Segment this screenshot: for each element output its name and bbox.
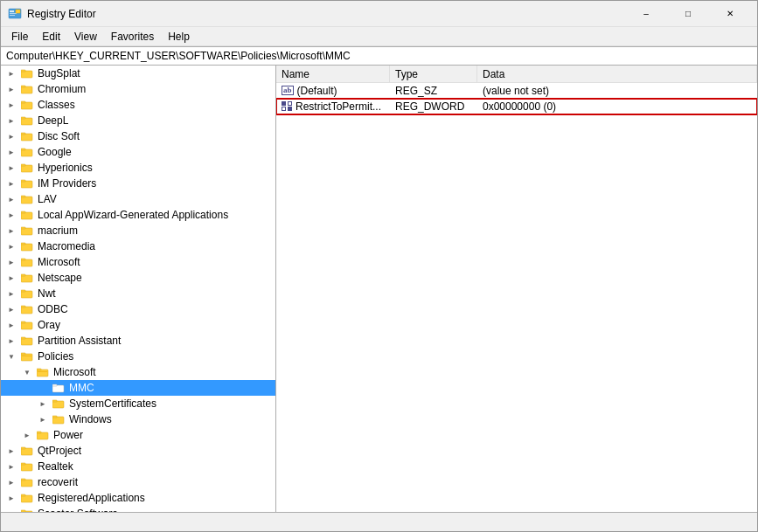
detail-row-default[interactable]: ab(Default)REG_SZ(value not set) (276, 83, 757, 99)
expand-icon[interactable] (4, 475, 18, 489)
folder-icon (20, 349, 34, 363)
menu-edit[interactable]: Edit (35, 29, 67, 45)
svg-rect-43 (22, 356, 31, 356)
expand-icon[interactable] (4, 318, 18, 332)
expand-icon[interactable] (4, 192, 18, 206)
tree-pane[interactable]: BugSplat Chromium Classes DeepL Disc Sof… (1, 66, 276, 512)
expand-icon[interactable] (4, 287, 18, 301)
expand-icon[interactable] (4, 82, 18, 96)
tree-item-policies[interactable]: Policies (1, 349, 275, 364)
tree-item-im-providers[interactable]: IM Providers (1, 176, 275, 191)
menu-view[interactable]: View (67, 29, 104, 45)
expand-icon[interactable] (4, 255, 18, 269)
expand-icon[interactable] (20, 365, 34, 379)
tree-item-label: Disc Soft (36, 130, 80, 142)
tree-item-google[interactable]: Google (1, 144, 275, 160)
col-header-data[interactable]: Data (477, 66, 757, 82)
tree-item-hyperionics[interactable]: Hyperionics (1, 160, 275, 176)
svg-rect-28 (21, 243, 25, 245)
tree-item-bugsplat[interactable]: BugSplat (1, 66, 275, 81)
tree-item-windows[interactable]: Windows (1, 411, 275, 427)
expand-icon[interactable] (4, 98, 18, 112)
tree-item-power[interactable]: Power (1, 427, 275, 443)
address-path: Computer\HKEY_CURRENT_USER\SOFTWARE\Poli… (6, 50, 351, 62)
tree-item-lav[interactable]: LAV (1, 191, 275, 207)
expand-icon[interactable] (36, 397, 50, 411)
tree-item-local-appwizard[interactable]: Local AppWizard-Generated Applications (1, 207, 275, 223)
detail-cell-data: (value not set) (477, 85, 757, 97)
tree-item-macromedia[interactable]: Macromedia (1, 238, 275, 254)
menu-bar: File Edit View Favorites Help (1, 27, 757, 46)
expand-icon[interactable] (4, 224, 18, 238)
folder-icon (20, 287, 34, 301)
tree-item-classes[interactable]: Classes (1, 97, 275, 113)
expand-icon[interactable] (4, 114, 18, 128)
tree-item-realtek[interactable]: Realtek (1, 459, 275, 474)
folder-icon (20, 224, 34, 238)
menu-help[interactable]: Help (161, 29, 197, 45)
tree-item-label: Google (36, 146, 72, 158)
expand-icon[interactable] (4, 302, 18, 316)
expand-icon[interactable] (4, 444, 18, 458)
folder-icon (20, 444, 34, 458)
tree-item-system-certificates[interactable]: SystemCertificates (1, 396, 275, 411)
expand-icon[interactable] (4, 66, 18, 80)
tree-item-partition-assistant[interactable]: Partition Assistant (1, 333, 275, 349)
expand-icon[interactable] (4, 334, 18, 348)
tree-item-scooter-software[interactable]: Scooter Software (1, 506, 275, 512)
expand-icon[interactable] (4, 129, 18, 143)
tree-item-label: Windows (67, 413, 112, 425)
tree-item-microsoft-sub[interactable]: Microsoft (1, 364, 275, 380)
expand-icon[interactable] (4, 239, 18, 253)
folder-icon (52, 412, 66, 426)
detail-pane[interactable]: Name Type Data ab(Default)REG_SZ(value n… (276, 66, 757, 512)
expand-icon[interactable] (36, 412, 50, 426)
registry-editor-window: Registry Editor – □ ✕ File Edit View Fav… (0, 0, 758, 532)
maximize-button[interactable]: □ (668, 1, 708, 27)
menu-favorites[interactable]: Favorites (104, 29, 161, 45)
col-header-name[interactable]: Name (276, 66, 390, 82)
expand-icon[interactable] (4, 145, 18, 159)
svg-rect-62 (21, 494, 25, 496)
folder-icon (20, 255, 34, 269)
folder-icon (20, 334, 34, 348)
tree-item-disc-soft[interactable]: Disc Soft (1, 128, 275, 144)
expand-icon[interactable] (4, 161, 18, 175)
tree-item-macrium[interactable]: macrium (1, 223, 275, 238)
tree-item-chromium[interactable]: Chromium (1, 81, 275, 97)
expand-icon[interactable] (4, 208, 18, 222)
expand-icon[interactable] (4, 349, 18, 363)
expand-icon[interactable] (4, 271, 18, 285)
tree-item-mmc[interactable]: MMC (1, 380, 275, 396)
tree-item-registered-apps[interactable]: RegisteredApplications (1, 490, 275, 506)
tree-item-oray[interactable]: Oray (1, 317, 275, 333)
tree-item-recoverit[interactable]: recoverit (1, 474, 275, 490)
window-title: Registry Editor (27, 8, 626, 20)
expand-icon[interactable] (4, 459, 18, 473)
detail-row-restrict[interactable]: RestrictToPermit...REG_DWORD0x00000000 (… (276, 99, 757, 114)
menu-file[interactable]: File (4, 29, 35, 45)
tree-item-deepl[interactable]: DeepL (1, 113, 275, 128)
expand-icon[interactable] (4, 491, 18, 505)
close-button[interactable]: ✕ (710, 1, 750, 27)
expand-icon[interactable] (20, 428, 34, 442)
tree-item-nwt[interactable]: Nwt (1, 286, 275, 301)
expand-icon[interactable] (36, 381, 50, 395)
svg-rect-6 (21, 70, 25, 72)
minimize-button[interactable]: – (626, 1, 666, 27)
expand-icon[interactable] (4, 176, 18, 190)
detail-cell-data: 0x00000000 (0) (477, 100, 757, 113)
svg-rect-32 (21, 274, 25, 276)
tree-item-netscape[interactable]: Netscape (1, 270, 275, 286)
folder-icon (52, 397, 66, 411)
folder-icon (20, 66, 34, 80)
folder-icon (20, 176, 34, 190)
col-header-type[interactable]: Type (390, 66, 477, 82)
tree-item-microsoft[interactable]: Microsoft (1, 254, 275, 270)
folder-icon (20, 192, 34, 206)
tree-item-qtproject[interactable]: QtProject (1, 443, 275, 459)
tree-item-odbc[interactable]: ODBC (1, 301, 275, 317)
tree-item-label: Policies (36, 350, 73, 363)
detail-cell-type: REG_DWORD (390, 100, 477, 113)
tree-item-label: Macromedia (36, 240, 95, 252)
